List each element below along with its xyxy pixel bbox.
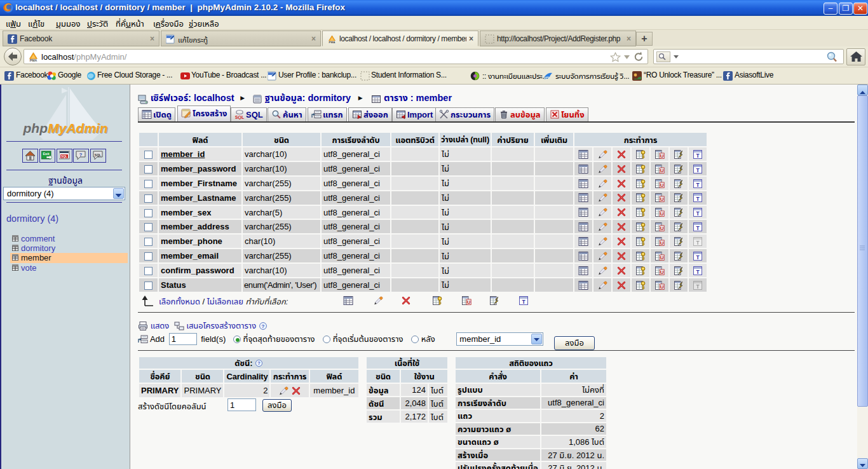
svg-text:SQL: SQL	[95, 153, 101, 157]
svg-text:PMA: PMA	[30, 58, 37, 62]
svg-text:SQL: SQL	[61, 155, 67, 158]
svg-text:Exit: Exit	[43, 152, 49, 156]
svg-text:PMA: PMA	[329, 41, 336, 44]
svg-text:?: ?	[79, 152, 83, 158]
svg-text:SQL: SQL	[235, 115, 245, 120]
